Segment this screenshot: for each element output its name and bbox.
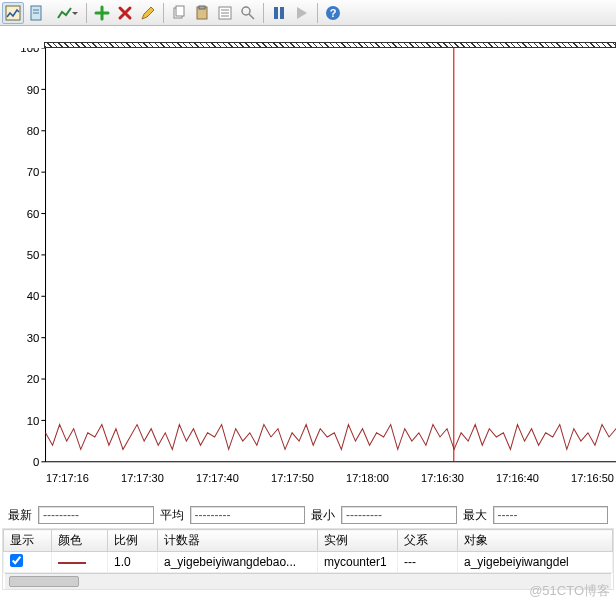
chart-icon [5, 5, 21, 21]
cell-instance: mycounter1 [318, 552, 398, 573]
zoom-icon [240, 5, 256, 21]
avg-label: 平均 [160, 507, 184, 524]
plus-icon [94, 5, 110, 21]
paste-button[interactable] [191, 2, 213, 24]
help-button[interactable]: ? [322, 2, 344, 24]
svg-text:20: 20 [27, 373, 40, 385]
cell-counter: a_yigebeiyiwangdebao... [158, 552, 318, 573]
svg-text:90: 90 [27, 84, 40, 96]
separator [317, 3, 318, 23]
svg-rect-15 [280, 7, 284, 19]
chart-area[interactable]: 0102030405060708090100 17:17:1617:17:301… [0, 42, 616, 502]
zoom-button[interactable] [237, 2, 259, 24]
svg-rect-5 [176, 6, 184, 16]
copy-button[interactable] [168, 2, 190, 24]
col-scale[interactable]: 比例 [108, 530, 158, 552]
help-icon: ? [325, 5, 341, 21]
stats-row: 最新 --------- 平均 --------- 最小 --------- 最… [0, 502, 616, 528]
separator [163, 3, 164, 23]
cell-show[interactable] [4, 552, 52, 573]
highlight-button[interactable] [137, 2, 159, 24]
pause-icon [271, 5, 287, 21]
counter-table: 显示 颜色 比例 计数器 实例 父系 对象 1.0 a_yigebeiyiwan… [2, 528, 614, 590]
separator [86, 3, 87, 23]
toolbar: ? [0, 0, 616, 26]
svg-line-13 [249, 14, 254, 19]
svg-text:10: 10 [27, 415, 40, 427]
col-color[interactable]: 颜色 [52, 530, 108, 552]
add-counter-button[interactable] [91, 2, 113, 24]
col-object[interactable]: 对象 [458, 530, 613, 552]
copy-icon [171, 5, 187, 21]
page-icon [28, 5, 44, 21]
chart-view-button[interactable] [2, 2, 24, 24]
svg-text:80: 80 [27, 125, 40, 137]
table-scrollbar-h[interactable] [5, 573, 611, 589]
svg-rect-14 [274, 7, 278, 19]
col-parent[interactable]: 父系 [398, 530, 458, 552]
report-view-button[interactable] [25, 2, 47, 24]
svg-rect-0 [6, 6, 20, 20]
max-label: 最大 [463, 507, 487, 524]
pencil-icon [140, 5, 156, 21]
show-checkbox[interactable] [10, 554, 23, 567]
svg-text:50: 50 [27, 249, 40, 261]
col-show[interactable]: 显示 [4, 530, 52, 552]
remove-counter-button[interactable] [114, 2, 136, 24]
resume-button[interactable] [291, 2, 313, 24]
min-label: 最小 [311, 507, 335, 524]
cell-color [52, 552, 108, 573]
latest-value: --------- [38, 506, 154, 524]
svg-text:?: ? [330, 7, 337, 19]
color-swatch [58, 562, 86, 564]
properties-button[interactable] [214, 2, 236, 24]
svg-text:40: 40 [27, 290, 40, 302]
cell-parent: --- [398, 552, 458, 573]
props-icon [217, 5, 233, 21]
avg-value: --------- [190, 506, 306, 524]
cell-object: a_yigebeiyiwangdel [458, 552, 613, 573]
svg-text:60: 60 [27, 208, 40, 220]
chart-svg: 0102030405060708090100 [0, 48, 616, 468]
cell-scale: 1.0 [108, 552, 158, 573]
table-row[interactable]: 1.0 a_yigebeiyiwangdebao... mycounter1 -… [4, 552, 613, 573]
max-value: ----- [493, 506, 609, 524]
svg-text:100: 100 [20, 48, 39, 54]
x-icon [117, 5, 133, 21]
svg-text:0: 0 [33, 456, 39, 468]
pause-button[interactable] [268, 2, 290, 24]
play-icon [294, 5, 310, 21]
svg-point-12 [242, 7, 250, 15]
col-counter[interactable]: 计数器 [158, 530, 318, 552]
min-value: --------- [341, 506, 457, 524]
x-axis-labels: 17:17:1617:17:3017:17:4017:17:5017:18:00… [44, 472, 616, 484]
svg-rect-7 [199, 6, 205, 9]
separator [263, 3, 264, 23]
line-chart-icon [57, 5, 73, 21]
svg-text:30: 30 [27, 332, 40, 344]
col-instance[interactable]: 实例 [318, 530, 398, 552]
clipboard-icon [194, 5, 210, 21]
latest-label: 最新 [8, 507, 32, 524]
chart-type-dropdown[interactable] [48, 2, 82, 24]
svg-text:70: 70 [27, 166, 40, 178]
